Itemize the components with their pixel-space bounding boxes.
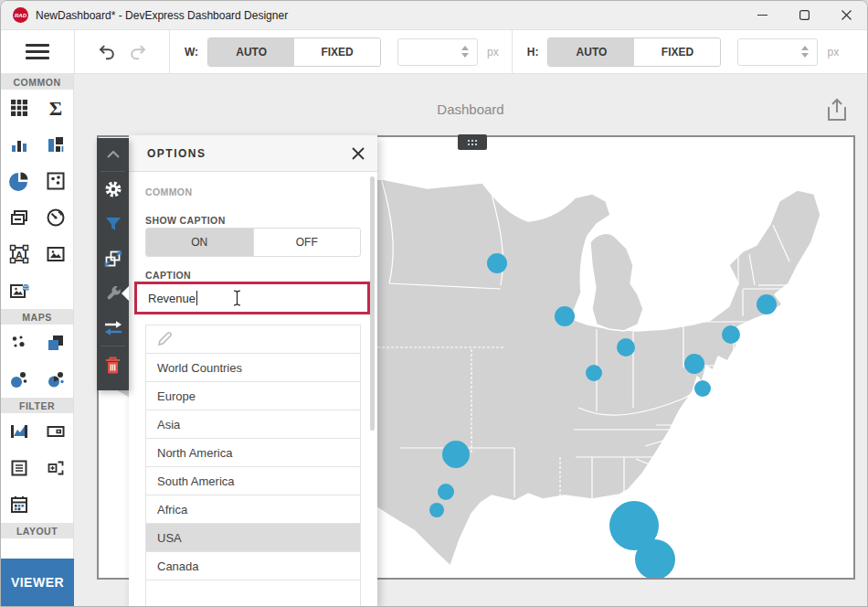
sidebar-item-geo-point-map[interactable] — [3, 325, 36, 361]
maximize-icon — [799, 10, 810, 20]
sidebar-item-bound-image[interactable] — [3, 272, 36, 309]
list-item[interactable]: South America — [146, 467, 360, 495]
map-bubble[interactable] — [635, 539, 675, 578]
text-caret — [196, 291, 197, 305]
height-spinner-arrows[interactable] — [797, 46, 817, 58]
list-item[interactable]: World Countries — [146, 354, 360, 382]
viewer-button[interactable]: VIEWER — [1, 559, 74, 606]
sidebar-item-text-box[interactable]: A — [3, 236, 36, 272]
list-item[interactable]: Canada — [146, 552, 360, 580]
maximize-button[interactable] — [783, 1, 825, 29]
section-header-filter: FILTER — [1, 398, 73, 413]
map-bubble[interactable] — [442, 441, 470, 468]
sidebar-item-pivot[interactable]: Σ — [39, 90, 72, 126]
dashboard-title: Dashboard — [74, 101, 867, 117]
widget-settings-button[interactable] — [97, 172, 129, 207]
height-auto-button[interactable]: AUTO — [548, 38, 634, 66]
width-auto-button[interactable]: AUTO — [208, 38, 294, 66]
ibeam-cursor-icon — [232, 290, 242, 306]
show-caption-on-button[interactable]: ON — [146, 229, 253, 256]
sidebar-item-grid[interactable] — [3, 90, 36, 126]
widget-filter-button[interactable] — [97, 207, 129, 241]
sidebar-item-combo-box[interactable] — [39, 413, 72, 450]
list-item-edit[interactable] — [146, 325, 360, 354]
map-bubble[interactable] — [586, 365, 602, 381]
sidebar-item-tree-view[interactable] — [39, 450, 72, 486]
sidebar-item-treemap[interactable] — [39, 126, 72, 163]
widget-delete-button[interactable] — [97, 346, 129, 383]
sidebar-item-pie-map[interactable] — [39, 361, 72, 398]
minimize-button[interactable] — [741, 1, 783, 29]
map-bubble[interactable] — [487, 253, 507, 273]
list-item-selected[interactable]: USA — [146, 524, 360, 552]
list-item[interactable]: Europe — [146, 382, 360, 410]
map-bubble[interactable] — [429, 503, 444, 517]
height-value-input[interactable] — [738, 46, 797, 59]
svg-text:Σ: Σ — [49, 98, 62, 118]
menu-button[interactable] — [1, 30, 74, 73]
close-icon — [352, 147, 365, 160]
show-caption-off-button[interactable]: OFF — [253, 229, 361, 256]
map-bubble[interactable] — [617, 338, 635, 357]
map-bubble[interactable] — [694, 380, 711, 397]
panel-scrollbar-thumb[interactable] — [370, 176, 375, 431]
collapse-toolbar-button[interactable] — [97, 138, 129, 171]
undo-button[interactable] — [96, 42, 116, 62]
range-filter-icon — [9, 421, 29, 442]
selected-tool-notch — [122, 286, 129, 301]
combo-box-icon — [46, 421, 66, 442]
grid-icon — [9, 98, 29, 118]
options-close-button[interactable] — [352, 147, 365, 160]
widget-convert-button[interactable] — [97, 311, 129, 346]
widget-options-button[interactable] — [97, 276, 129, 311]
hamburger-icon — [26, 40, 49, 63]
map-bubble[interactable] — [438, 484, 454, 500]
convert-arrows-icon — [104, 320, 122, 336]
widget-resize-button[interactable] — [97, 241, 129, 276]
pencil-icon — [157, 332, 172, 346]
text-box-icon: A — [9, 244, 29, 264]
filter-funnel-icon — [105, 216, 122, 232]
bar-chart-icon — [9, 134, 29, 154]
close-button[interactable] — [825, 1, 867, 29]
sidebar-item-chart[interactable] — [3, 126, 36, 163]
sidebar-item-list-box[interactable] — [3, 450, 36, 486]
map-bubble[interactable] — [722, 325, 740, 344]
height-fixed-button[interactable]: FIXED — [634, 38, 720, 66]
export-button[interactable] — [825, 98, 849, 122]
sidebar-item-pies[interactable] — [3, 163, 36, 199]
widget-gallery-sidebar: COMMON Σ — [1, 74, 74, 606]
options-panel-header: OPTIONS — [129, 135, 377, 172]
sidebar-item-date-filter[interactable] — [3, 486, 36, 523]
list-item-partial[interactable] — [146, 580, 360, 607]
width-label: W: — [185, 46, 198, 59]
list-item[interactable]: Africa — [146, 495, 360, 524]
widget-drag-handle[interactable] — [458, 134, 487, 150]
width-spinner-arrows[interactable] — [457, 46, 477, 58]
redo-button[interactable] — [129, 42, 149, 62]
width-value-input[interactable] — [398, 46, 457, 59]
list-item[interactable]: North America — [146, 439, 360, 467]
height-px-label: px — [827, 46, 839, 59]
section-header-maps: MAPS — [1, 309, 73, 325]
map-bubble[interactable] — [555, 306, 575, 326]
sidebar-item-range-filter[interactable] — [3, 413, 36, 450]
sidebar-item-cards[interactable] — [3, 199, 36, 236]
sidebar-item-gauges[interactable] — [39, 199, 72, 236]
widget-floating-toolbar — [97, 138, 129, 390]
sidebar-item-image[interactable] — [39, 236, 72, 272]
sidebar-item-scatter[interactable] — [39, 163, 72, 199]
sidebar-item-bubble-map[interactable] — [3, 361, 36, 398]
width-fixed-button[interactable]: FIXED — [294, 38, 380, 66]
map-bubble[interactable] — [684, 354, 704, 374]
dashboard-designer-window: RAD NewDashboard* - DevExpress Dashboard… — [0, 0, 868, 607]
sidebar-item-choropleth-map[interactable] — [39, 325, 72, 361]
width-mode-toggle: AUTO FIXED — [207, 37, 381, 67]
caption-input[interactable]: Revenue — [134, 282, 370, 314]
choropleth-map-icon — [46, 333, 66, 353]
width-px-label: px — [487, 46, 499, 59]
svg-text:A: A — [16, 250, 23, 261]
section-header-layout: LAYOUT — [1, 523, 73, 538]
list-item[interactable]: Asia — [146, 410, 360, 439]
map-bubble[interactable] — [757, 294, 777, 314]
